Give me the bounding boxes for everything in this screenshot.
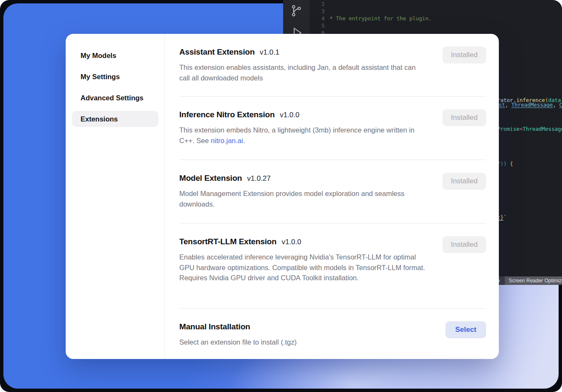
extension-name: Inference Nitro Extension bbox=[179, 109, 275, 120]
extension-name: TensortRT-LLM Extension bbox=[179, 236, 276, 247]
extension-description: Enables accelerated inference leveraging… bbox=[179, 252, 427, 283]
sidebar-item-my-settings[interactable]: My Settings bbox=[72, 69, 159, 85]
extension-version: v1.0.1 bbox=[260, 48, 279, 57]
code-fragment-brace: ")) { bbox=[497, 160, 513, 167]
installed-button: Installed bbox=[442, 173, 486, 190]
sidebar-item-extensions[interactable]: Extensions bbox=[72, 111, 159, 127]
code-line-2: * The entrypoint for the plugin. bbox=[326, 15, 562, 22]
extension-version: v1.0.0 bbox=[281, 238, 301, 246]
manual-installation-title: Manual Installation bbox=[179, 321, 250, 332]
extension-description: This extension enables assistants, inclu… bbox=[179, 62, 427, 83]
extension-description: Model Management Extension provides mode… bbox=[179, 188, 427, 209]
code-fragment-promise: Promise<ThreadMessage> bbox=[497, 125, 562, 133]
extension-description: This extension embeds Nitro, a lightweig… bbox=[179, 125, 427, 146]
extension-row-nitro: Inference Nitro Extension v1.0.0 This ex… bbox=[179, 97, 486, 160]
installed-button: Installed bbox=[442, 236, 486, 253]
sidebar-item-advanced-settings[interactable]: Advanced Settings bbox=[72, 90, 159, 106]
extension-name: Model Extension bbox=[179, 173, 242, 184]
nitro-jan-ai-link[interactable]: nitro.jan.ai bbox=[211, 137, 243, 144]
settings-modal: My Models My Settings Advanced Settings … bbox=[66, 34, 499, 359]
code-fragment-inference: rator.inference(data)); bbox=[497, 97, 562, 104]
line-numbers: 2 3 4 5 6 bbox=[309, 0, 325, 36]
installed-button: Installed bbox=[442, 47, 486, 63]
manual-installation-row: Manual Installation Select an extension … bbox=[179, 309, 486, 359]
extension-row-model: Model Extension v1.0.27 Model Management… bbox=[179, 160, 486, 224]
screenshot-window: 2 3 4 5 6 * The entrypoint for the plugi… bbox=[0, 0, 562, 392]
manual-installation-description: Select an extension file to install (.tg… bbox=[179, 337, 297, 348]
select-file-button[interactable]: Select bbox=[445, 321, 486, 338]
source-control-icon[interactable] bbox=[290, 3, 303, 20]
extension-row-tensorrt: TensortRT-LLM Extension v1.0.0 Enables a… bbox=[179, 224, 486, 309]
extension-version: v1.0.0 bbox=[280, 111, 299, 119]
screen-reader-status-item[interactable]: Screen Reader Optimized bbox=[505, 276, 562, 285]
sidebar-item-my-models[interactable]: My Models bbox=[72, 47, 159, 63]
extension-version: v1.0.27 bbox=[247, 174, 271, 183]
extension-name: Assistant Extension bbox=[179, 47, 255, 58]
installed-button: Installed bbox=[442, 109, 486, 126]
extensions-list: Assistant Extension v1.0.1 This extensio… bbox=[165, 34, 499, 359]
extension-row-assistant: Assistant Extension v1.0.1 This extensio… bbox=[179, 34, 486, 97]
settings-sidebar: My Models My Settings Advanced Settings … bbox=[66, 34, 165, 359]
